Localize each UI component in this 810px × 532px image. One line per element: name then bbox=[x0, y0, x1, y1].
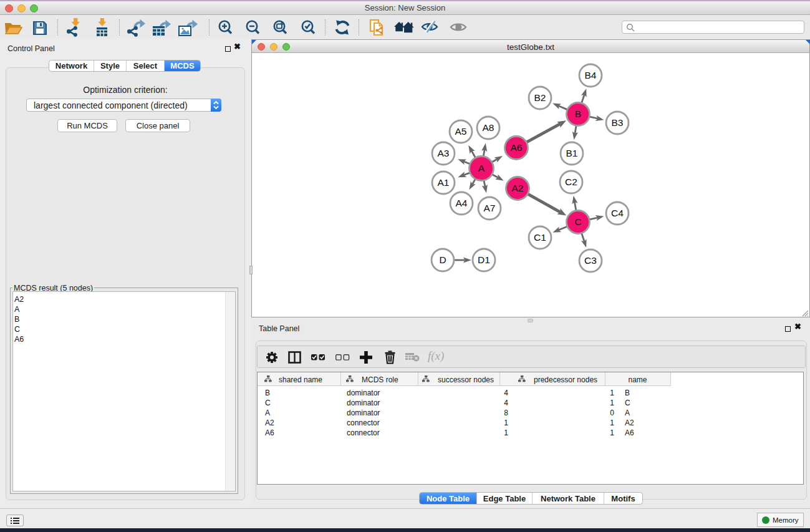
svg-text:B4: B4 bbox=[585, 70, 597, 80]
svg-text:C3: C3 bbox=[584, 255, 597, 266]
svg-text:B2: B2 bbox=[534, 92, 546, 103]
svg-text:D: D bbox=[439, 254, 446, 265]
svg-text:C2: C2 bbox=[565, 177, 577, 187]
svg-text:B1: B1 bbox=[566, 148, 578, 158]
svg-text:B: B bbox=[575, 109, 581, 119]
svg-text:A4: A4 bbox=[456, 198, 468, 208]
svg-text:C: C bbox=[574, 216, 581, 227]
svg-text:A2: A2 bbox=[512, 183, 524, 193]
svg-text:A5: A5 bbox=[455, 126, 467, 137]
svg-text:C1: C1 bbox=[534, 232, 546, 243]
svg-text:A6: A6 bbox=[511, 142, 523, 153]
svg-text:A3: A3 bbox=[438, 148, 450, 158]
svg-text:A1: A1 bbox=[438, 177, 450, 188]
svg-text:C4: C4 bbox=[611, 208, 624, 218]
svg-text:D1: D1 bbox=[478, 254, 490, 265]
svg-text:A: A bbox=[478, 163, 485, 173]
svg-text:A8: A8 bbox=[483, 122, 494, 133]
svg-text:B3: B3 bbox=[612, 117, 624, 128]
svg-text:A7: A7 bbox=[484, 203, 496, 213]
